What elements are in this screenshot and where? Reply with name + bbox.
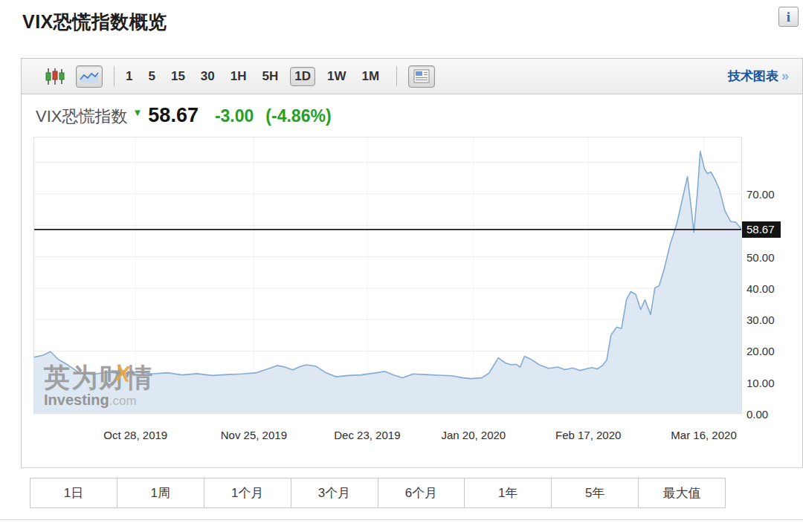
y-axis-label: 20.00 (746, 345, 775, 357)
period-button-1m[interactable]: 1个月 (204, 478, 291, 508)
x-axis-label: Jan 20, 2020 (441, 429, 506, 441)
chart-widget: 1 5 15 30 1H 5H 1D 1W 1M 技术图表» VIX恐慌指数 ▼ (21, 58, 803, 468)
interval-1m[interactable]: 1M (361, 69, 379, 84)
interval-1h[interactable]: 1H (230, 69, 247, 84)
chart-svg (33, 137, 742, 414)
y-axis-labels: 70.0050.0040.0030.0020.0010.000.00 (746, 94, 799, 467)
y-axis-label: 0.00 (746, 408, 768, 421)
quote-row: VIX恐慌指数 ▼ 58.67 -3.00 (-4.86%) (36, 104, 332, 128)
price-plot[interactable] (33, 137, 742, 414)
last-price-badge: 58.67 (742, 221, 781, 238)
interval-1[interactable]: 1 (126, 69, 132, 84)
interval-30[interactable]: 30 (201, 69, 215, 84)
bottom-divider (0, 519, 803, 520)
page-title: VIX恐慌指数概览 (22, 10, 167, 34)
x-axis-label: Dec 23, 2019 (334, 429, 400, 441)
down-arrow-icon: ▼ (132, 107, 142, 118)
period-button-1d[interactable]: 1日 (30, 478, 117, 508)
y-axis-label: 70.00 (746, 188, 775, 201)
chevron-right-icon: » (781, 68, 789, 83)
y-axis-label: 10.00 (746, 377, 775, 389)
area-chart-icon (80, 70, 99, 83)
x-axis-label: Mar 16, 2020 (671, 429, 736, 441)
x-axis-label: Oct 28, 2019 (103, 429, 167, 441)
last-price: 58.67 (148, 104, 199, 127)
interval-5h[interactable]: 5H (262, 69, 279, 84)
x-axis-label: Nov 25, 2019 (221, 429, 287, 441)
area-chart-button[interactable] (76, 65, 103, 88)
toolbar-divider (396, 66, 397, 86)
period-button-1y[interactable]: 1年 (464, 478, 552, 508)
interval-1w[interactable]: 1W (327, 69, 346, 84)
technical-chart-link[interactable]: 技术图表» (728, 68, 789, 85)
y-axis-label: 30.00 (746, 314, 775, 326)
x-axis-label: Feb 17, 2020 (555, 429, 621, 441)
y-axis-label: 50.00 (746, 251, 775, 264)
interval-5[interactable]: 5 (148, 69, 155, 84)
period-button-3m[interactable]: 3个月 (291, 478, 378, 508)
x-axis-labels: Oct 28, 2019Nov 25, 2019Dec 23, 2019Jan … (22, 429, 802, 444)
y-axis-label: 40.00 (746, 282, 775, 295)
instrument-name: VIX恐慌指数 (36, 106, 127, 128)
chart-toolbar: 1 5 15 30 1H 5H 1D 1W 1M 技术图表» (21, 58, 803, 94)
period-button-5y[interactable]: 5年 (551, 478, 639, 508)
news-panel-icon (413, 69, 430, 83)
price-change-percent: (-4.86%) (265, 106, 331, 126)
price-change: -3.00 (215, 106, 254, 126)
info-icon: i (787, 10, 790, 24)
period-button-max[interactable]: 最大值 (638, 478, 726, 508)
chart-panel: VIX恐慌指数 ▼ 58.67 -3.00 (-4.86%) 70.0050.0… (21, 94, 803, 468)
info-button[interactable]: i (778, 7, 799, 27)
technical-chart-link-label: 技术图表 (728, 69, 778, 83)
news-panel-button[interactable] (408, 65, 435, 88)
toolbar-divider (114, 66, 115, 86)
candlestick-icon (45, 68, 65, 85)
interval-1d[interactable]: 1D (290, 67, 315, 86)
interval-15[interactable]: 15 (171, 69, 185, 84)
period-button-row: 1日 1周 1个月 3个月 6个月 1年 5年 最大值 (30, 478, 726, 508)
period-button-6m[interactable]: 6个月 (378, 478, 465, 508)
period-button-1w[interactable]: 1周 (117, 478, 204, 508)
candlestick-chart-button[interactable] (42, 65, 68, 88)
